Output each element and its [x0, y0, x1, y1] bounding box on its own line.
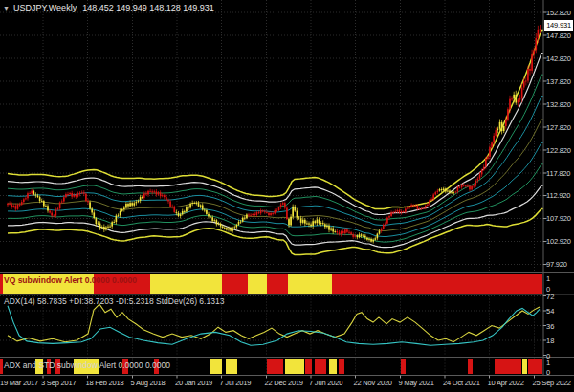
alert-bar-red	[122, 359, 128, 374]
alert-bar-red	[55, 359, 60, 374]
alert-bar-red	[528, 359, 542, 374]
symbol-dropdown-icon[interactable]: ▼	[3, 5, 10, 11]
alert-bar-yellow	[285, 359, 304, 374]
alert-bar-red	[401, 359, 406, 374]
alert-bar-yellow	[226, 359, 237, 374]
alert-bar-red	[468, 359, 473, 374]
vq-segment-red	[332, 274, 542, 294]
alert-bar-red	[267, 359, 283, 374]
chart-canvas[interactable]	[0, 0, 574, 392]
chart-plot-area[interactable]	[0, 0, 543, 272]
vq-segment-red	[94, 274, 150, 294]
alert-bar-red	[495, 359, 521, 374]
alert-bar-yellow	[74, 359, 99, 374]
vq-segment-red	[0, 274, 3, 294]
alert-bar-yellow	[329, 359, 337, 374]
vq-segment-yellow	[248, 274, 267, 294]
alert-bar-red	[305, 359, 312, 374]
vq-segment-red	[222, 274, 248, 294]
alert-bar-red	[315, 359, 326, 374]
alert-bar-red	[0, 359, 3, 374]
alert-bar-yellow	[35, 359, 43, 374]
adx-subwindow[interactable]	[0, 295, 543, 357]
vq-strip-segments	[0, 274, 542, 294]
vq-segment-red	[267, 274, 288, 294]
vq-segment-yellow	[288, 274, 332, 294]
vq-segment-yellow	[150, 274, 222, 294]
metatrader-chart-window: ▼USDJPY,Weekly148.452 149.949 148.128 14…	[0, 0, 574, 392]
alert-bar-yellow	[522, 359, 527, 374]
alert-bar-red	[47, 359, 51, 374]
alert-bar-red	[154, 359, 159, 374]
vq-segment-yellow	[3, 274, 94, 294]
alert-bar-yellow	[210, 359, 222, 374]
alert-bar-red	[339, 359, 344, 374]
